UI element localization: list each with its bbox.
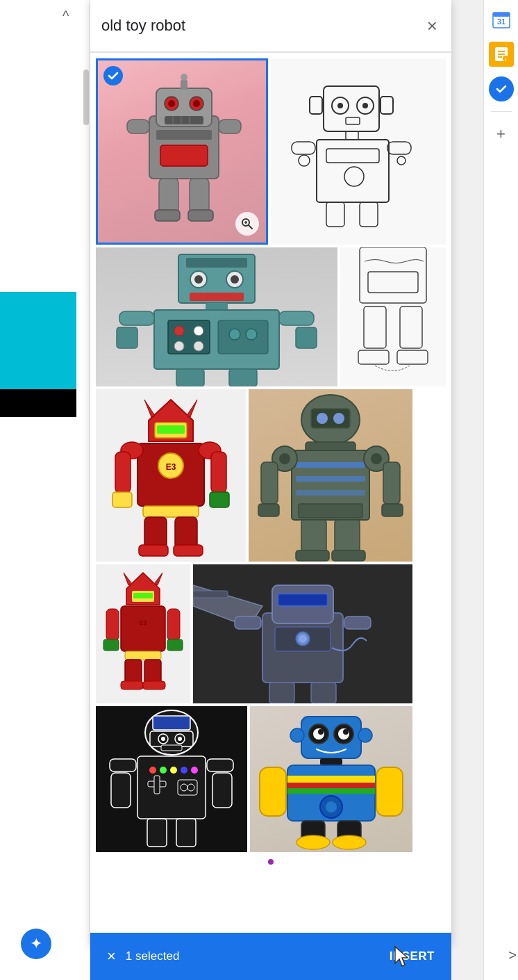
magic-icon: ✦ bbox=[30, 935, 42, 953]
svg-rect-142 bbox=[279, 595, 326, 605]
svg-rect-51 bbox=[360, 202, 378, 227]
clear-selection-button[interactable]: × bbox=[107, 947, 116, 965]
right-arrow[interactable]: > bbox=[508, 947, 517, 963]
svg-rect-66 bbox=[218, 320, 268, 354]
svg-point-67 bbox=[229, 329, 240, 340]
svg-point-182 bbox=[318, 729, 324, 735]
svg-point-164 bbox=[181, 767, 187, 774]
svg-point-102 bbox=[317, 413, 328, 424]
svg-rect-172 bbox=[207, 759, 233, 771]
grid-row-3: E3 bbox=[96, 389, 446, 562]
svg-rect-72 bbox=[296, 327, 317, 348]
zoom-icon[interactable] bbox=[235, 212, 259, 236]
svg-rect-149 bbox=[235, 616, 261, 629]
doc-black-block bbox=[0, 389, 76, 417]
svg-rect-59 bbox=[206, 303, 228, 310]
svg-point-169 bbox=[181, 784, 187, 791]
image-item-9[interactable] bbox=[96, 706, 247, 852]
svg-point-157 bbox=[161, 737, 165, 741]
svg-rect-76 bbox=[368, 272, 418, 293]
svg-rect-70 bbox=[279, 311, 314, 325]
grid-row-2 bbox=[96, 247, 446, 386]
svg-point-163 bbox=[170, 767, 177, 774]
svg-rect-92 bbox=[211, 452, 226, 493]
sidebar-right: 31 ! + bbox=[483, 0, 518, 980]
image-item-2[interactable] bbox=[271, 58, 446, 245]
image-item-5[interactable]: E3 bbox=[96, 389, 246, 562]
svg-rect-176 bbox=[176, 819, 196, 847]
svg-rect-144 bbox=[193, 591, 228, 598]
svg-rect-127 bbox=[121, 606, 165, 651]
svg-text:!: ! bbox=[504, 57, 506, 62]
svg-rect-189 bbox=[287, 783, 375, 788]
image-item-10[interactable] bbox=[250, 706, 412, 852]
image-item-6[interactable] bbox=[249, 389, 412, 562]
teal-robot-image bbox=[96, 247, 337, 386]
selected-checkmark bbox=[103, 66, 123, 85]
svg-point-38 bbox=[362, 103, 368, 108]
svg-rect-114 bbox=[261, 462, 278, 504]
svg-rect-74 bbox=[229, 369, 257, 386]
svg-point-184 bbox=[290, 728, 304, 742]
image-item-3[interactable] bbox=[96, 247, 337, 386]
notes-icon[interactable]: ! bbox=[489, 42, 514, 67]
svg-rect-39 bbox=[346, 117, 360, 124]
svg-rect-147 bbox=[269, 683, 294, 703]
svg-rect-40 bbox=[310, 97, 322, 114]
blue-toy-robot bbox=[250, 706, 412, 852]
svg-rect-188 bbox=[287, 776, 375, 783]
image-item-8[interactable] bbox=[193, 564, 412, 703]
svg-rect-98 bbox=[139, 545, 168, 556]
svg-point-113 bbox=[371, 453, 382, 464]
svg-rect-117 bbox=[382, 504, 403, 516]
svg-rect-78 bbox=[400, 307, 422, 348]
tasks-icon[interactable] bbox=[489, 76, 514, 101]
add-icon[interactable]: + bbox=[489, 122, 514, 147]
svg-point-15 bbox=[193, 100, 200, 107]
magic-button[interactable]: ✦ bbox=[21, 929, 51, 959]
svg-point-170 bbox=[187, 784, 194, 791]
svg-rect-131 bbox=[167, 609, 180, 641]
image-item-1[interactable] bbox=[96, 58, 268, 245]
svg-point-57 bbox=[231, 275, 239, 284]
svg-rect-93 bbox=[112, 492, 132, 507]
svg-point-14 bbox=[168, 100, 175, 107]
svg-point-48 bbox=[299, 155, 310, 166]
svg-rect-16 bbox=[181, 80, 187, 90]
svg-rect-108 bbox=[296, 490, 365, 496]
svg-rect-71 bbox=[117, 327, 137, 348]
svg-point-45 bbox=[344, 167, 364, 186]
bottom-bar-left: × 1 selected bbox=[107, 947, 179, 965]
svg-rect-109 bbox=[299, 504, 362, 518]
image-item-4[interactable] bbox=[340, 247, 446, 386]
svg-rect-97 bbox=[175, 517, 197, 548]
svg-rect-134 bbox=[125, 651, 161, 660]
svg-point-183 bbox=[343, 729, 349, 735]
svg-point-185 bbox=[358, 728, 372, 742]
white-sketch-robot bbox=[96, 706, 247, 852]
svg-rect-173 bbox=[111, 773, 131, 808]
scroll-progress-indicator bbox=[96, 855, 446, 869]
scroll-up-arrow[interactable]: ^ bbox=[62, 8, 69, 24]
search-input[interactable] bbox=[101, 17, 417, 35]
selection-bottom-bar: × 1 selected INSERT bbox=[90, 933, 451, 980]
svg-rect-137 bbox=[121, 681, 143, 689]
calendar-icon[interactable]: 31 bbox=[489, 7, 514, 32]
image-item-7[interactable]: E3 bbox=[96, 564, 190, 703]
svg-rect-77 bbox=[364, 307, 386, 348]
svg-rect-186 bbox=[320, 758, 342, 765]
svg-text:E3: E3 bbox=[139, 619, 147, 626]
insert-button[interactable]: INSERT bbox=[390, 949, 435, 963]
svg-rect-148 bbox=[311, 683, 336, 703]
svg-rect-167 bbox=[154, 776, 160, 794]
svg-point-17 bbox=[181, 74, 187, 81]
svg-rect-190 bbox=[287, 788, 375, 794]
close-button[interactable]: × bbox=[424, 14, 440, 38]
grid-row-1 bbox=[96, 58, 446, 245]
grid-row-5 bbox=[96, 706, 446, 852]
svg-marker-125 bbox=[124, 573, 132, 585]
svg-rect-94 bbox=[210, 492, 229, 507]
svg-point-103 bbox=[333, 413, 344, 424]
svg-rect-120 bbox=[296, 550, 329, 561]
grid-row-4: E3 bbox=[96, 564, 446, 703]
